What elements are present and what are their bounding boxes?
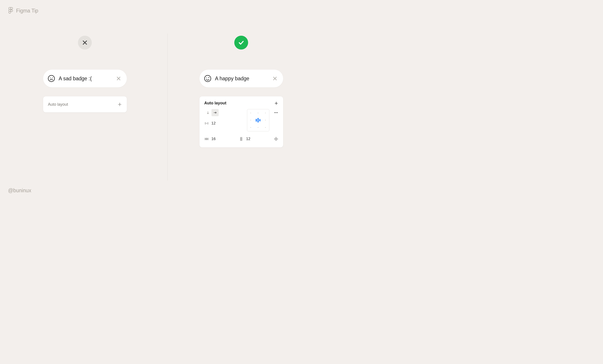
horizontal-padding-icon [204,137,209,141]
item-spacing-icon [204,121,209,126]
svg-point-21 [274,112,275,113]
vertical-padding-value: 12 [246,137,250,141]
svg-point-4 [50,78,50,78]
svg-point-5 [52,78,53,78]
alignment-center-indicator [256,118,260,122]
sad-face-icon [47,75,55,82]
auto-layout-panel-collapsed: Auto layout [43,96,127,112]
item-spacing-input[interactable]: 12 [204,120,219,127]
bad-status-badge [78,36,92,50]
item-spacing-value: 12 [211,121,216,126]
auto-layout-panel-expanded: Auto layout [199,96,283,147]
sad-badge-label: A sad badge :( [59,76,113,82]
panel-title: Auto layout [48,102,68,107]
figma-logo-icon [8,7,13,14]
x-icon [82,40,88,45]
close-icon[interactable] [272,76,278,81]
happy-badge: A happy badge [199,70,283,88]
svg-rect-26 [206,138,207,140]
more-options-button[interactable] [274,109,278,116]
direction-toggle [204,109,219,116]
happy-face-icon [204,75,211,82]
vertical-padding-icon [239,137,244,141]
alignment-grid[interactable] [247,109,269,131]
good-status-badge [234,36,248,50]
good-example-column: A happy badge Auto layout [194,36,288,147]
horizontal-padding-input[interactable]: 16 [204,135,216,143]
horizontal-padding-value: 16 [211,137,216,141]
svg-point-23 [277,112,278,113]
bad-example-column: A sad badge :( Auto layout [38,36,132,112]
horizontal-direction-button[interactable] [211,109,219,116]
svg-point-0 [11,10,13,12]
header: Figma Tip [8,7,38,14]
vertical-divider [167,33,168,181]
footer-credit: @buninux [8,188,31,194]
svg-rect-29 [241,139,242,140]
svg-point-10 [204,75,211,82]
vertical-direction-button[interactable] [204,109,211,116]
vertical-padding-input[interactable]: 12 [239,135,250,143]
sad-badge: A sad badge :( [43,70,127,88]
add-auto-layout-button[interactable] [274,101,278,105]
close-icon[interactable] [116,76,121,81]
svg-point-3 [48,75,54,82]
add-auto-layout-button[interactable] [117,102,122,107]
panel-title: Auto layout [204,101,226,106]
header-title: Figma Tip [16,8,38,14]
independent-padding-button[interactable] [274,137,278,141]
svg-point-22 [276,112,276,113]
svg-point-11 [206,78,207,78]
svg-rect-34 [275,139,276,139]
happy-badge-label: A happy badge [215,76,269,82]
check-icon [238,39,244,46]
